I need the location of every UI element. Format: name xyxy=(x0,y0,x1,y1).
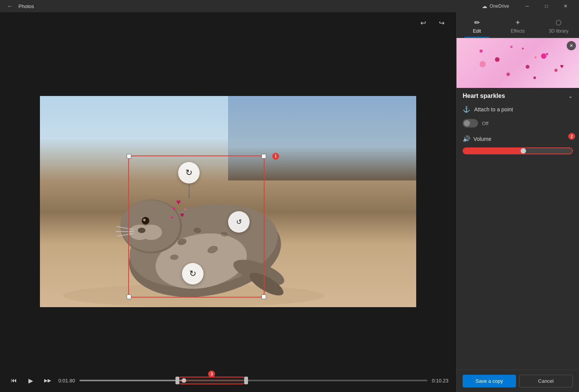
editor-toolbar: ↩ ↪ xyxy=(0,12,456,34)
effects-tab-icon: ✦ xyxy=(515,18,521,27)
effect-header: Heart sparkles ⌄ xyxy=(463,93,573,99)
skip-forward-icon: ▶▶ xyxy=(44,378,51,383)
effect-info: Heart sparkles ⌄ ⚓ Attach to a point Off… xyxy=(457,88,579,370)
toggle-knob xyxy=(464,120,470,126)
undo-icon: ↩ xyxy=(420,19,426,27)
sparkle-dot-2 xyxy=(495,57,500,62)
rotate-handle-top[interactable]: ↻ xyxy=(178,162,200,184)
onedrive-icon: ☁ xyxy=(482,3,487,9)
skip-back-button[interactable]: ⏮ xyxy=(8,374,20,387)
sparkle-dot-9 xyxy=(506,73,510,76)
timeline-range[interactable]: 3 xyxy=(177,377,246,384)
sparkle-dot-6 xyxy=(554,69,557,72)
range-handle-right[interactable] xyxy=(244,377,248,384)
tab-effects-label: Effects xyxy=(511,28,524,34)
toggle-switch[interactable] xyxy=(463,119,478,127)
current-time: 0:01.80 xyxy=(58,378,75,384)
expand-icon[interactable]: ⌄ xyxy=(568,93,573,99)
toggle-label: Off xyxy=(482,121,488,126)
tab-effects[interactable]: ✦ Effects xyxy=(497,15,538,38)
volume-row: 🔊 Volume 2 xyxy=(463,135,573,156)
timeline-track[interactable] xyxy=(79,380,427,381)
titlebar-right: ☁ OneDrive ─ □ ✕ xyxy=(482,0,574,12)
redo-icon: ↪ xyxy=(439,19,445,27)
sparkle-dot-10 xyxy=(533,76,536,79)
video-container: ♥ ♥ ♥ ♥ ♥ 1 ↻ ↺ ↻ xyxy=(0,34,456,369)
timeline-wrapper[interactable]: 3 xyxy=(79,373,427,388)
skip-back-icon: ⏮ xyxy=(11,377,17,384)
editor-area: ↩ ↪ xyxy=(0,12,456,392)
close-button[interactable]: ✕ xyxy=(557,0,574,12)
video-frame[interactable]: ♥ ♥ ♥ ♥ ♥ 1 ↻ ↺ ↻ xyxy=(40,96,416,307)
back-button[interactable]: ← xyxy=(5,1,15,12)
sparkle-dot-1 xyxy=(480,50,483,53)
handle-top-left[interactable] xyxy=(127,154,131,159)
effect-title: Heart sparkles xyxy=(463,93,505,99)
sparkle-heart-2: ♥ xyxy=(560,63,564,70)
skip-forward-button[interactable]: ▶▶ xyxy=(41,374,54,387)
3d-tab-icon: ⬡ xyxy=(556,18,562,27)
handle-top-right[interactable] xyxy=(261,154,266,159)
volume-slider-track[interactable] xyxy=(463,147,573,154)
badge-1: 1 xyxy=(272,153,279,160)
badge-3: 3 xyxy=(208,370,215,377)
close-preview-button[interactable]: ✕ xyxy=(567,41,576,50)
volume-slider-container[interactable] xyxy=(463,146,573,156)
sparkle-heart-3: ♥ xyxy=(534,55,537,60)
sparkle-dot-3 xyxy=(510,46,513,48)
restore-button[interactable]: □ xyxy=(538,0,555,12)
play-icon: ▶ xyxy=(28,377,33,384)
right-panel: ✏ Edit ✦ Effects ⬡ 3D library xyxy=(456,12,579,392)
app-title: Photos xyxy=(18,3,34,9)
undo-button[interactable]: ↩ xyxy=(416,16,430,30)
timeline-progress xyxy=(79,380,184,381)
close-preview-icon: ✕ xyxy=(569,43,573,48)
titlebar-left: ← Photos xyxy=(5,1,34,12)
panel-bottom: Save a copy Cancel xyxy=(457,370,579,392)
titlebar: ← Photos ☁ OneDrive ─ □ ✕ xyxy=(0,0,579,12)
redo-button[interactable]: ↪ xyxy=(435,16,448,30)
sparkle-dot-7 xyxy=(480,61,486,67)
effect-preview: ♥ ♥ ♥ ✕ xyxy=(457,38,579,88)
sparkle-heart-1: ♥ xyxy=(546,51,548,57)
save-copy-button[interactable]: Save a copy xyxy=(463,375,516,387)
toggle-row: Off xyxy=(463,119,573,127)
rotate-handle-bottom[interactable]: ↻ xyxy=(182,263,203,284)
bottom-controls: ⏮ ▶ ▶▶ 0:01.80 3 0:10.23 xyxy=(0,369,456,392)
handle-bottom-right[interactable] xyxy=(261,294,266,299)
end-time: 0:10.23 xyxy=(432,378,448,384)
rotate-handle-middle[interactable]: ↺ xyxy=(228,211,250,233)
volume-thumb[interactable] xyxy=(521,148,526,154)
tab-3dlibrary[interactable]: ⬡ 3D library xyxy=(538,15,579,38)
volume-header: 🔊 Volume 2 xyxy=(463,135,573,142)
minimize-button[interactable]: ─ xyxy=(518,0,536,12)
cancel-button[interactable]: Cancel xyxy=(519,375,573,387)
attach-label: Attach to a point xyxy=(474,106,513,112)
onedrive-area: ☁ OneDrive xyxy=(482,3,509,9)
sparkle-dot-4 xyxy=(526,65,529,69)
badge-2: 2 xyxy=(568,133,575,140)
volume-icon: 🔊 xyxy=(463,135,470,142)
attach-to-point-row: ⚓ Attach to a point xyxy=(463,106,573,113)
tab-edit[interactable]: ✏ Edit xyxy=(457,15,497,38)
panel-tabs: ✏ Edit ✦ Effects ⬡ 3D library xyxy=(457,12,579,38)
anchor-icon: ⚓ xyxy=(463,106,470,113)
main-layout: ↩ ↪ xyxy=(0,12,579,392)
tab-3dlibrary-label: 3D library xyxy=(549,28,568,34)
onedrive-label: OneDrive xyxy=(490,3,509,9)
edit-tab-icon: ✏ xyxy=(474,18,480,27)
volume-label: Volume xyxy=(473,136,491,142)
sparkle-dot-8 xyxy=(522,48,524,50)
play-button[interactable]: ▶ xyxy=(25,374,37,387)
handle-bottom-left[interactable] xyxy=(127,294,131,299)
tab-edit-label: Edit xyxy=(473,28,481,34)
range-handle-left[interactable] xyxy=(175,377,179,384)
